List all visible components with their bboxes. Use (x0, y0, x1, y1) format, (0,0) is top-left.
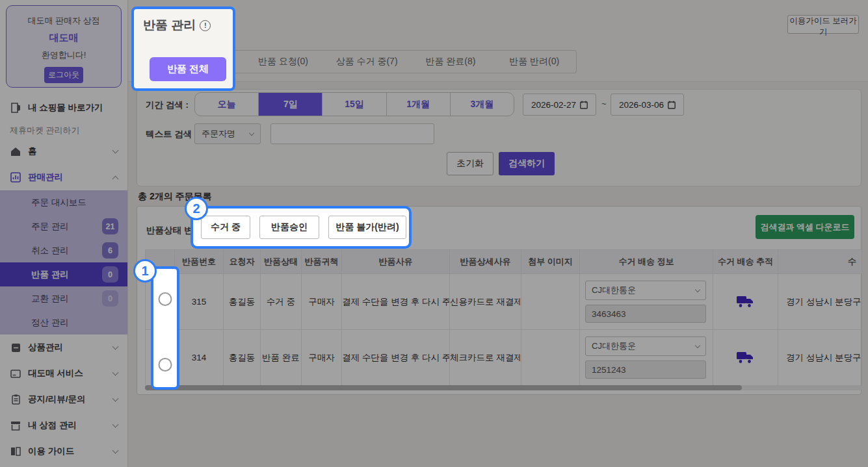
step-2-badge: 2 (185, 197, 208, 220)
row-radio[interactable] (159, 358, 172, 372)
row-radio[interactable] (159, 292, 172, 306)
highlight-return-management: 반품 관리 ! 반품 전체 (131, 6, 235, 91)
highlight-row-select-column (151, 266, 179, 390)
tab-return-all[interactable]: 반품 전체 (150, 57, 226, 81)
set-pickup-in-progress-button[interactable]: 수거 중 (201, 216, 250, 239)
reject-return-button[interactable]: 반품 불가(반려) (328, 216, 406, 239)
info-icon[interactable]: ! (200, 20, 211, 31)
highlight-bulk-actions: 수거 중 반품승인 반품 불가(반려) (191, 206, 412, 249)
tutorial-dim-overlay (0, 0, 868, 467)
step-1-badge: 1 (133, 259, 157, 283)
approve-return-button[interactable]: 반품승인 (259, 216, 319, 239)
page-title: 반품 관리 (143, 17, 196, 34)
